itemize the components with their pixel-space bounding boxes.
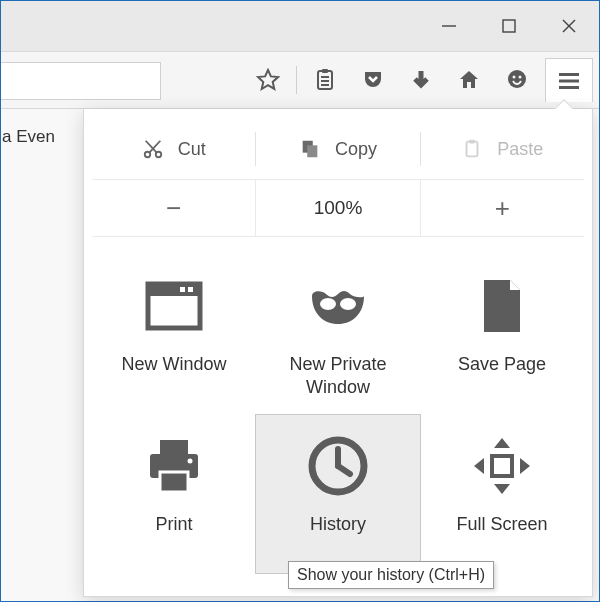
svg-rect-13 (559, 79, 579, 82)
history-button[interactable]: History (255, 414, 421, 574)
copy-icon (299, 138, 321, 160)
svg-point-11 (519, 76, 522, 79)
full-screen-button[interactable]: Full Screen (420, 415, 584, 575)
minus-icon: − (166, 193, 181, 224)
svg-rect-1 (503, 20, 515, 32)
browser-toolbar (1, 51, 599, 109)
svg-rect-26 (188, 287, 193, 292)
window-minimize-button[interactable] (419, 1, 479, 51)
panel-arrow (554, 99, 574, 109)
svg-rect-21 (467, 142, 478, 157)
save-page-label: Save Page (458, 353, 546, 376)
download-arrow-icon (409, 68, 433, 92)
svg-rect-14 (559, 86, 579, 89)
close-icon (560, 17, 578, 35)
svg-point-10 (513, 76, 516, 79)
home-button[interactable] (445, 60, 493, 100)
save-page-button[interactable]: Save Page (420, 255, 584, 415)
browser-window: a Even Cut Copy Paste (0, 0, 600, 602)
svg-point-28 (340, 298, 356, 310)
minimize-icon (440, 17, 458, 35)
svg-rect-25 (180, 287, 185, 292)
zoom-out-button[interactable]: − (92, 180, 255, 236)
svg-rect-22 (470, 140, 476, 144)
copy-label: Copy (335, 139, 377, 160)
reading-list-button[interactable] (301, 60, 349, 100)
clipboard-list-icon (313, 68, 337, 92)
printer-icon (142, 434, 206, 498)
fullscreen-icon (470, 434, 534, 498)
copy-button[interactable]: Copy (256, 138, 419, 160)
new-window-button[interactable]: New Window (92, 255, 256, 415)
print-label: Print (155, 513, 192, 536)
svg-rect-20 (307, 145, 317, 157)
window-close-button[interactable] (539, 1, 599, 51)
menu-grid: New Window New Private Window Save Page … (92, 255, 584, 575)
svg-rect-12 (559, 73, 579, 76)
pocket-icon (361, 68, 385, 92)
address-bar[interactable] (1, 62, 161, 100)
paste-label: Paste (497, 139, 543, 160)
full-screen-label: Full Screen (456, 513, 547, 536)
pocket-button[interactable] (349, 60, 397, 100)
clock-icon (306, 434, 370, 498)
svg-point-9 (508, 70, 526, 88)
zoom-in-button[interactable]: + (421, 180, 584, 236)
maximize-icon (500, 17, 518, 35)
history-label: History (310, 513, 366, 536)
star-icon (256, 68, 280, 92)
svg-rect-5 (322, 69, 328, 73)
edit-row: Cut Copy Paste (92, 125, 584, 173)
zoom-row: − 100% + (92, 179, 584, 237)
svg-line-35 (338, 466, 350, 474)
bookmark-star-button[interactable] (244, 60, 292, 100)
paste-button[interactable]: Paste (421, 138, 584, 160)
window-maximize-button[interactable] (479, 1, 539, 51)
svg-rect-29 (160, 440, 188, 454)
print-button[interactable]: Print (92, 415, 256, 575)
svg-point-27 (320, 298, 336, 310)
toolbar-icon-group (244, 58, 593, 102)
svg-rect-36 (492, 456, 512, 476)
scissors-icon (142, 138, 164, 160)
paste-icon (461, 138, 483, 160)
new-private-window-button[interactable]: New Private Window (256, 255, 420, 415)
smiley-chat-icon (505, 68, 529, 92)
cut-label: Cut (178, 139, 206, 160)
app-menu-panel: Cut Copy Paste − 100% + (83, 109, 593, 597)
new-window-label: New Window (121, 353, 226, 376)
toolbar-separator (296, 66, 297, 94)
window-titlebar (1, 1, 599, 51)
menu-button[interactable] (545, 58, 593, 102)
cut-button[interactable]: Cut (92, 138, 255, 160)
mask-icon (306, 274, 370, 338)
hello-button[interactable] (493, 60, 541, 100)
plus-icon: + (495, 193, 510, 224)
page-icon (470, 274, 534, 338)
hamburger-icon (557, 71, 581, 91)
svg-point-32 (188, 459, 193, 464)
downloads-button[interactable] (397, 60, 445, 100)
tab-title-fragment: a Even (1, 127, 55, 147)
tooltip: Show your history (Ctrl+H) (288, 561, 494, 589)
zoom-level[interactable]: 100% (255, 180, 420, 236)
home-icon (457, 68, 481, 92)
new-private-window-label: New Private Window (256, 353, 420, 398)
svg-rect-31 (160, 472, 188, 492)
window-icon (142, 274, 206, 338)
